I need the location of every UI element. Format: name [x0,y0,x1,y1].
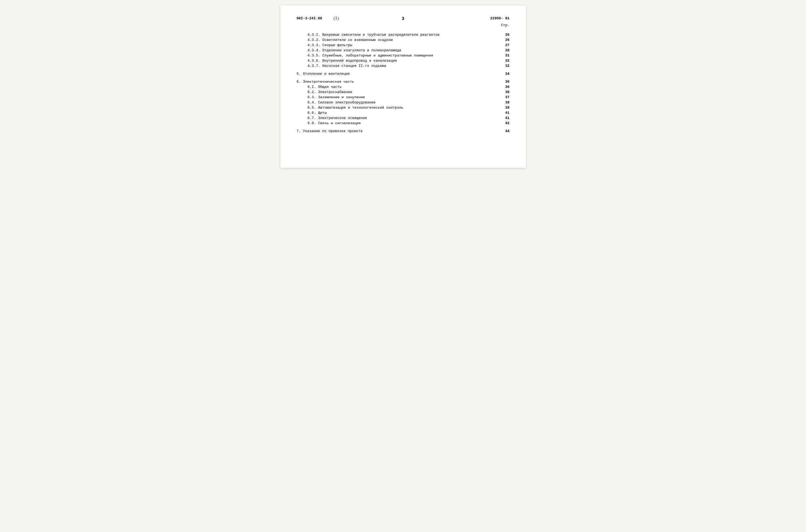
toc-item-text: 4.3.5. Служебные, лабораторные и админис… [297,54,501,58]
toc-row: 4.3.6. Внутренний водопровод и канализац… [297,59,510,63]
toc-item-text: 6.5. Автоматизация и технологический кон… [297,106,501,110]
toc-item-text: 6.I. Общая часть [297,85,501,89]
document-code: 22956- 01 [490,16,509,20]
toc-item-text: 4.3.4. Отделение коагулянта и полиакрила… [297,48,501,52]
toc-item-page: 38 [501,100,510,104]
toc-row: 5. Отопление и вентиляция34 [297,72,510,76]
toc-row: 4.3.3. Скорые фильтры27 [297,43,510,47]
toc-item-page: 44 [501,129,510,133]
toc-item-page: 32 [501,64,510,68]
toc-item-page: 32 [501,59,510,63]
toc-item-text: 4.3.3. Скорые фильтры [297,43,501,47]
toc-item-text: 4.3.2. Осветлители со взвешенным осадком [297,38,501,42]
toc-item-page: 28 [501,48,510,52]
toc-row: 6.7. Электрическое освещение41 [297,116,510,120]
toc-row: 4.3.5. Служебные, лабораторные и админис… [297,54,510,58]
table-of-contents: 4.3.I. Вихревые смесители и трубчатые ра… [297,33,510,133]
toc-row: 4.3.2. Осветлители со взвешенным осадком… [297,38,510,42]
toc-row: 6.8. Связь и сигнализация42 [297,121,510,125]
toc-item-page: 36 [501,85,510,89]
toc-item-text: 6.7. Электрическое освещение [297,116,501,120]
toc-item-text: 6.8. Связь и сигнализация [297,121,501,125]
toc-item-text: 6.3. Заземление и зануление [297,95,501,99]
toc-item-text: 6.6. Щиты [297,111,501,115]
toc-item-page: 37 [501,95,510,99]
toc-item-page: 26 [501,38,510,42]
toc-item-text: 5. Отопление и вентиляция [297,72,501,76]
toc-row: 4.3.7. Насосная станция II-го подъема32 [297,64,510,68]
toc-item-page: 39 [501,106,510,110]
toc-item-text: 4.3.I. Вихревые смесители и трубчатые ра… [297,33,501,37]
toc-item-text: 6.4. Силовое электрооборудование [297,100,501,104]
toc-item-page: 41 [501,111,510,115]
toc-item-text: 6.2. Электроснабжение [297,90,501,94]
header-index: (I) [333,16,339,20]
toc-row: 4.3.4. Отделение коагулянта и полиакрила… [297,48,510,52]
toc-item-page: 42 [501,121,510,125]
toc-item-text: 6. Электротехническая часть [297,80,501,84]
center-page-number: 3 [402,16,404,21]
toc-row: 6.I. Общая часть36 [297,85,510,89]
toc-item-text: 4.3.6. Внутренний водопровод и канализац… [297,59,501,63]
toc-row: 6.3. Заземление и зануление37 [297,95,510,99]
page-label-row: Стр. [297,23,510,27]
toc-item-page: 27 [501,43,510,47]
page-header: 90I-3-24I.88 (I) 3 22956- 01 [297,16,510,20]
header-left: 90I-3-24I.88 (I) [297,16,340,20]
toc-row: 6.2. Электроснабжение36 [297,90,510,94]
toc-row: 7. Указание по привязке проекта44 [297,129,510,133]
toc-row: 6.6. Щиты41 [297,111,510,115]
page-column-label: Стр. [501,23,509,27]
toc-item-page: 41 [501,116,510,120]
toc-row: 4.3.I. Вихревые смесители и трубчатые ра… [297,33,510,37]
toc-row: 6. Электротехническая часть36 [297,80,510,84]
toc-item-page: 36 [501,90,510,94]
document-page: 90I-3-24I.88 (I) 3 22956- 01 Стр. 4.3.I.… [280,5,526,168]
toc-row: 6.5. Автоматизация и технологический кон… [297,106,510,110]
toc-item-text: 4.3.7. Насосная станция II-го подъема [297,64,501,68]
toc-item-page: 34 [501,72,510,76]
toc-item-text: 7. Указание по привязке проекта [297,129,501,133]
document-number: 90I-3-24I.88 [297,16,322,20]
toc-item-page: 36 [501,80,510,84]
toc-item-page: 31 [501,54,510,58]
toc-item-page: 26 [501,33,510,37]
toc-row: 6.4. Силовое электрооборудование38 [297,100,510,104]
